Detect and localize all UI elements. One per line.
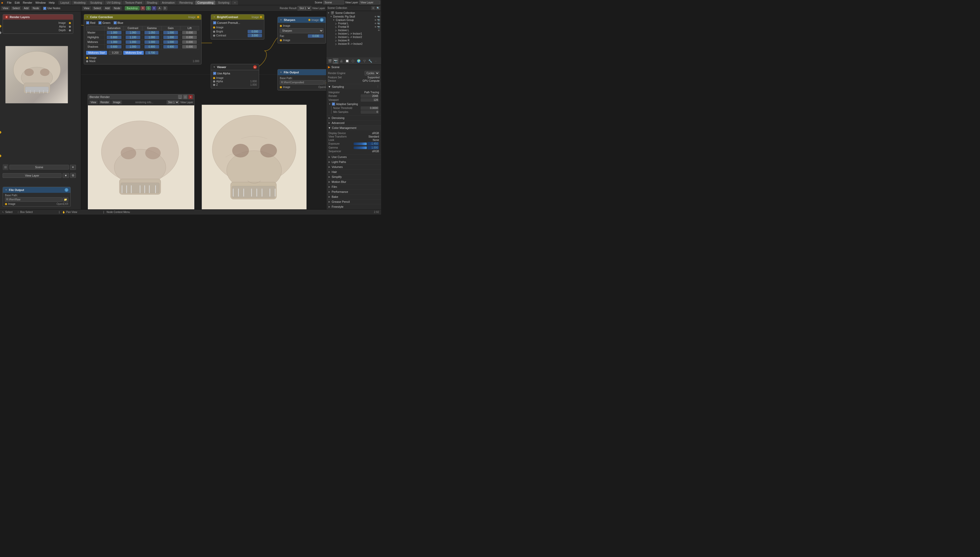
file-out-base-path-input[interactable]: [280, 80, 324, 85]
shadows-con[interactable]: [126, 45, 140, 49]
outliner-search-btn[interactable]: 🔍: [376, 6, 380, 10]
green-channel-toggle[interactable]: ✓ Green: [98, 21, 110, 24]
outliner-item[interactable]: ▷ Incisive R -> Incisor2: [326, 42, 381, 46]
tab-animation[interactable]: Animation: [160, 0, 177, 5]
prop-icon-render[interactable]: 📷: [333, 58, 338, 64]
tb-add[interactable]: Add: [22, 6, 30, 10]
sampling-options-btn[interactable]: ⋮: [376, 85, 380, 88]
master-con[interactable]: [126, 31, 140, 34]
gamma-slider[interactable]: [354, 147, 367, 149]
midtones-con[interactable]: [126, 40, 140, 44]
rw-view[interactable]: View: [89, 100, 98, 104]
adaptive-tri[interactable]: ▼: [328, 103, 331, 105]
blue-channel-toggle[interactable]: ✓ Blue: [114, 21, 123, 24]
tab-sculpting[interactable]: Sculpting: [88, 0, 104, 5]
prop-icon-output[interactable]: 🖨: [338, 58, 344, 64]
freestyle-section[interactable]: ▶ Freestyle: [326, 204, 381, 209]
exposure-slider[interactable]: [354, 143, 367, 145]
menu-edit[interactable]: Edit: [13, 1, 21, 4]
green-cb[interactable]: ✓: [98, 21, 102, 24]
vis3a-icon[interactable]: 👁: [374, 22, 376, 25]
scene-select-button[interactable]: Scene: [10, 165, 69, 169]
red-cb[interactable]: ✓: [86, 21, 89, 24]
tab-compositing[interactable]: Compositing: [195, 0, 216, 5]
outliner-item[interactable]: ▼ 🎬 Scene Collection: [326, 11, 381, 15]
midtones-start-btn[interactable]: Midtones Start: [86, 51, 107, 55]
render-window-maximize[interactable]: □: [183, 95, 187, 99]
slot-select[interactable]: Slot 1: [298, 6, 311, 10]
shadows-sat[interactable]: [107, 45, 122, 49]
view-layer-select-button[interactable]: View Layer: [3, 173, 62, 178]
outliner-item[interactable]: ▼ Cranium Group 👁 📷: [326, 18, 381, 22]
backdrop-btn[interactable]: Backdrop: [125, 6, 140, 10]
film-section[interactable]: ▶ Film: [326, 184, 381, 189]
tab-texture-paint[interactable]: Texture Paint: [123, 0, 144, 5]
convert-premult-toggle[interactable]: ✓ Convert Premult...: [213, 21, 262, 24]
channel-b-btn[interactable]: B: [152, 6, 156, 10]
grease-pencil-section[interactable]: ▶ Grease Pencil: [326, 199, 381, 204]
shadows-lift[interactable]: [182, 45, 197, 49]
simplify-section[interactable]: ▶ Simplify: [326, 174, 381, 179]
tab-uv-editing[interactable]: UV Editing: [105, 0, 122, 5]
midtones-start-val[interactable]: [109, 51, 122, 55]
motion-blur-section[interactable]: ▶ Motion Blur: [326, 179, 381, 184]
scene-input[interactable]: [323, 0, 344, 5]
color-mgmt-section-title[interactable]: ▼ Color Management: [326, 125, 381, 130]
tb-view[interactable]: View: [1, 6, 10, 10]
rw-render-menu[interactable]: Render: [99, 100, 111, 104]
light-paths-section[interactable]: ▶ Light Paths: [326, 160, 381, 164]
channel-g-btn[interactable]: G: [146, 6, 151, 10]
advanced-section[interactable]: ▶ Advanced: [326, 121, 381, 125]
shadows-gain[interactable]: [163, 45, 178, 49]
use-nodes-checkbox[interactable]: ✓: [43, 7, 46, 10]
prop-icon-particles[interactable]: ·: [373, 58, 379, 64]
outliner-item[interactable]: ▷ Incisive L -> Incisor2: [326, 35, 381, 39]
tab-add[interactable]: +: [232, 0, 238, 5]
midtones-gain[interactable]: [163, 40, 178, 44]
adaptive-sampling-cb[interactable]: ✓: [332, 103, 335, 106]
ren3a-icon[interactable]: 📷: [377, 22, 380, 25]
bc-contrast-val[interactable]: [248, 34, 262, 37]
performance-section[interactable]: ▶ Performance: [326, 189, 381, 194]
use-alpha-cb[interactable]: ✓: [213, 72, 216, 75]
gamma-input[interactable]: [367, 146, 379, 149]
vis2-icon[interactable]: 👁: [374, 19, 376, 21]
render-window-minimize[interactable]: _: [178, 95, 182, 99]
midtones-end-btn[interactable]: Midtones End: [123, 51, 143, 55]
midtones-lift[interactable]: [182, 40, 197, 44]
highlights-con[interactable]: [126, 36, 140, 39]
render-engine-select[interactable]: Cycles: [365, 71, 380, 75]
highlights-sat[interactable]: [107, 36, 122, 39]
master-lift[interactable]: [182, 31, 197, 34]
tab-layout[interactable]: Layout: [58, 0, 71, 5]
ren2-icon[interactable]: 📷: [377, 19, 380, 21]
tb-node[interactable]: Node: [31, 6, 41, 10]
noise-threshold-input[interactable]: [361, 106, 379, 110]
use-alpha-toggle[interactable]: ✓ Use Alpha: [213, 72, 257, 75]
bake-section[interactable]: ▶ Bake: [326, 194, 381, 199]
channel-d-btn[interactable]: D: [163, 6, 167, 10]
channel-r-btn[interactable]: R: [141, 6, 145, 10]
min-samples-input[interactable]: [361, 110, 379, 114]
node-collapse-btn[interactable]: ▼: [5, 15, 8, 19]
prop-icon-modifier[interactable]: 🔧: [367, 58, 373, 64]
rw-slot-select[interactable]: Slot 1: [167, 100, 179, 104]
small-browse-button[interactable]: 📁: [63, 197, 68, 202]
adaptive-sampling-toggle[interactable]: ✓ Adaptive Sampling: [332, 103, 358, 106]
midtones-sat[interactable]: [107, 40, 122, 44]
ne-node[interactable]: Node: [112, 6, 122, 10]
channel-a-btn[interactable]: A: [157, 6, 162, 10]
menu-help[interactable]: Help: [47, 1, 56, 4]
midtones-gamma[interactable]: [144, 40, 159, 44]
master-sat[interactable]: [107, 31, 122, 34]
red-channel-toggle[interactable]: ✓ Red: [86, 21, 95, 24]
tab-rendering[interactable]: Rendering: [177, 0, 195, 5]
prop-icon-world[interactable]: 🌍: [356, 58, 362, 64]
use-curves-section[interactable]: ▶ Use Curves: [326, 155, 381, 160]
render-samples-input[interactable]: [361, 94, 379, 98]
tb-select[interactable]: Select: [11, 6, 21, 10]
vis3c-icon[interactable]: 👁: [378, 29, 380, 32]
highlights-lift[interactable]: [182, 36, 197, 39]
sampling-section-title[interactable]: ▼ Sampling ⋮: [326, 84, 381, 90]
shadows-gamma[interactable]: [144, 45, 159, 49]
